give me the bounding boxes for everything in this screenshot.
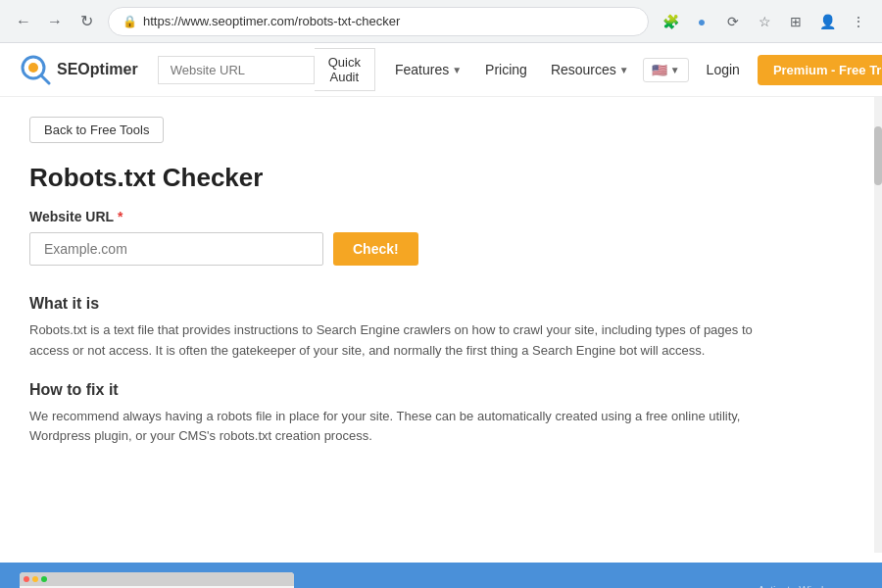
mini-browser-preview (20, 572, 294, 588)
resources-nav-link[interactable]: Resources ▼ (541, 56, 639, 83)
page-title: Robots.txt Checker (29, 163, 813, 193)
how-to-fix-text: We recommend always having a robots file… (29, 407, 755, 448)
required-indicator: * (118, 209, 122, 224)
nav-links: Features ▼ Pricing Resources ▼ 🇺🇸 ▼ Logi… (385, 55, 882, 85)
browser-nav-buttons: ← → ↻ (10, 8, 100, 35)
activate-line1: Activate Windows (672, 584, 843, 588)
refresh-button[interactable]: ↻ (73, 8, 100, 35)
what-it-is-section: What it is Robots.txt is a text file tha… (29, 295, 813, 362)
mini-green-dot (41, 576, 47, 582)
browser-actions: 🧩 ● ⟳ ☆ ⊞ 👤 ⋮ (657, 8, 872, 35)
nav-bar: SEOptimer Quick Audit Features ▼ Pricing… (0, 43, 882, 97)
site-wrapper: SEOptimer Quick Audit Features ▼ Pricing… (0, 43, 882, 553)
resources-dropdown-arrow: ▼ (619, 65, 629, 75)
language-selector[interactable]: 🇺🇸 ▼ (643, 58, 689, 82)
grid-button[interactable]: ⊞ (782, 8, 809, 35)
features-dropdown-arrow: ▼ (452, 65, 462, 75)
logo-icon (20, 54, 51, 85)
back-to-free-tools-button[interactable]: Back to Free Tools (29, 117, 164, 143)
mini-browser-bar (20, 572, 294, 586)
website-url-input[interactable] (29, 232, 323, 266)
svg-line-1 (41, 75, 49, 83)
address-bar[interactable]: 🔒 https://www.seoptimer.com/robots-txt-c… (108, 7, 649, 36)
profile-button[interactable]: 👤 (813, 8, 841, 35)
logo-text: SEOptimer (57, 61, 138, 78)
mini-red-dot (24, 576, 29, 582)
flag-icon: 🇺🇸 (652, 63, 667, 77)
scrollbar[interactable] (874, 97, 882, 553)
url-text: https://www.seoptimer.com/robots-txt-che… (143, 14, 634, 28)
star-button[interactable]: ☆ (751, 8, 778, 35)
page-content: Back to Free Tools Robots.txt Checker We… (0, 97, 843, 506)
premium-button[interactable]: Premium - Free Trial (758, 55, 882, 85)
pricing-nav-link[interactable]: Pricing (475, 56, 537, 83)
mini-yellow-dot (32, 576, 38, 582)
nav-quick-audit-button[interactable]: Quick Audit (315, 48, 375, 91)
how-to-fix-heading: How to fix it (29, 381, 813, 399)
login-link[interactable]: Login (693, 56, 754, 83)
features-nav-link[interactable]: Features ▼ (385, 56, 471, 83)
back-button[interactable]: ← (10, 8, 37, 35)
svg-point-2 (28, 63, 38, 73)
footer-bar: Activate Windows Go to Settings to activ… (0, 563, 882, 588)
url-form-label: Website URL * (29, 209, 813, 224)
activate-windows-notice: Activate Windows Go to Settings to activ… (672, 584, 843, 588)
forward-button[interactable]: → (41, 8, 69, 35)
url-input-row: Check! (29, 232, 813, 266)
menu-button[interactable]: ⋮ (845, 8, 872, 35)
seoptimer-extension[interactable]: ● (688, 8, 715, 35)
how-to-fix-section: How to fix it We recommend always having… (29, 381, 813, 448)
what-it-is-heading: What it is (29, 295, 813, 313)
nav-search-bar: Quick Audit (158, 48, 375, 91)
browser-chrome: ← → ↻ 🔒 https://www.seoptimer.com/robots… (0, 0, 882, 43)
lock-icon: 🔒 (122, 15, 137, 28)
logo[interactable]: SEOptimer (20, 54, 138, 85)
what-it-is-text: Robots.txt is a text file that provides … (29, 320, 755, 362)
check-button[interactable]: Check! (333, 232, 418, 266)
nav-website-url-input[interactable] (158, 56, 315, 84)
extensions-button[interactable]: 🧩 (657, 8, 684, 35)
flag-dropdown-arrow: ▼ (670, 65, 680, 75)
sync-button[interactable]: ⟳ (719, 8, 747, 35)
scrollbar-thumb[interactable] (874, 126, 882, 185)
